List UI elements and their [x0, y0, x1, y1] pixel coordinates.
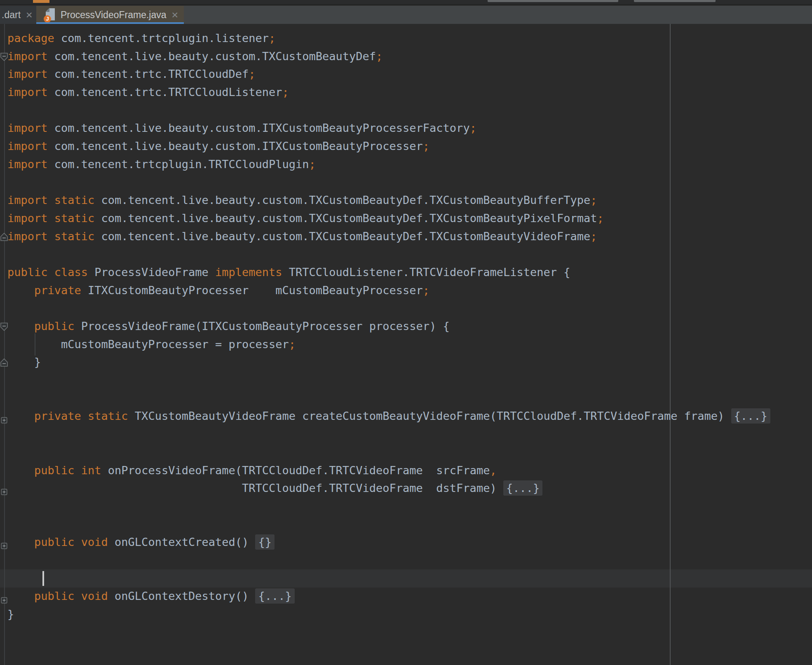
tab-processvideoframe[interactable]: J ProcessVideoFrame.java ✕: [36, 6, 184, 24]
code-token: onProcessVideoFrame(TRTCCloudDef.TRTCVid…: [101, 464, 490, 477]
code-line: [0, 497, 812, 515]
folded-region-expand-icon[interactable]: [1, 413, 7, 426]
code-token: ITXCustomBeautyProcesser mCustomBeautyPr…: [81, 284, 423, 297]
code-line: public int onProcessVideoFrame(TRTCCloud…: [0, 461, 812, 480]
code-token: onGLContextDestory(): [108, 590, 256, 602]
code-token: com.tencent.live.beauty.custom.ITXCustom…: [48, 140, 423, 152]
folded-code-placeholder[interactable]: {...}: [731, 408, 770, 424]
code-token: mCustomBeautyProcesser = processer: [7, 338, 289, 351]
code-token: onGLContextCreated(): [108, 536, 256, 548]
code-token: public int: [34, 464, 101, 477]
code-token: com.tencent.trtcplugin.TRTCCloudPlugin: [48, 158, 309, 171]
code-token: ;: [423, 284, 429, 297]
code-line: [0, 569, 812, 588]
folded-region-expand-icon[interactable]: [1, 485, 7, 498]
code-line: [0, 425, 812, 443]
code-line: [0, 173, 812, 192]
code-token: TRTCCloudListener.TRTCVideoFrameListener…: [282, 266, 570, 279]
code-token: com.tencent.live.beauty.custom.TXCustomB…: [48, 50, 376, 63]
code-editor[interactable]: package com.tencent.trtcplugin.listener;…: [0, 24, 812, 665]
code-token: com.tencent.live.beauty.custom.TXCustomB…: [94, 212, 597, 225]
code-token: }: [7, 356, 41, 368]
code-token: [7, 464, 34, 477]
code-line: [0, 101, 812, 119]
code-token: import: [7, 68, 48, 80]
code-token: import: [7, 50, 48, 63]
code-token: implements: [215, 266, 282, 279]
fold-collapse-icon[interactable]: [0, 52, 8, 64]
code-token: [7, 590, 34, 602]
code-line: import com.tencent.live.beauty.custom.TX…: [0, 47, 812, 66]
code-line: private ITXCustomBeautyProcesser mCustom…: [0, 281, 812, 300]
tab-active-label: ProcessVideoFrame.java: [61, 9, 167, 21]
code-token: ;: [597, 212, 603, 225]
code-token: ;: [282, 86, 289, 98]
code-token: com.tencent.trtcplugin.listener: [54, 32, 269, 44]
caret: [42, 571, 44, 586]
code-line: [0, 389, 812, 407]
code-line: import static com.tencent.live.beauty.cu…: [0, 227, 812, 246]
code-token: private: [34, 284, 81, 297]
code-line: }: [0, 353, 812, 371]
code-token: com.tencent.trtc.TRTCCloudDef: [48, 68, 249, 80]
code-line: [0, 299, 812, 317]
code-token: import static: [7, 194, 94, 206]
code-token: ProcessVideoFrame(ITXCustomBeautyProcess…: [75, 320, 450, 332]
code-line: import com.tencent.trtcplugin.TRTCCloudP…: [0, 155, 812, 173]
tab-dart-label: .dart: [2, 9, 21, 21]
code-token: import: [7, 86, 48, 98]
code-token: public void: [34, 590, 108, 602]
code-line: import com.tencent.trtc.TRTCCloudDef;: [0, 65, 812, 83]
toolbar-strip: [0, 0, 812, 5]
java-file-icon: J: [44, 8, 55, 22]
code-line: }: [0, 605, 812, 623]
code-token: ;: [590, 230, 597, 243]
close-icon[interactable]: ✕: [26, 11, 33, 19]
code-token: ;: [376, 50, 383, 63]
code-line: import com.tencent.trtc.TRTCCloudListene…: [0, 83, 812, 101]
ide-window: .dart ✕ J ProcessVideoFrame.java ✕ packa…: [0, 0, 812, 665]
code-token: com.tencent.live.beauty.custom.ITXCustom…: [48, 122, 470, 134]
code-token: import static: [7, 212, 94, 225]
code-token: [7, 410, 34, 422]
code-line: public class ProcessVideoFrame implement…: [0, 263, 812, 281]
code-line: import com.tencent.live.beauty.custom.IT…: [0, 137, 812, 155]
code-line: mCustomBeautyProcesser = processer;: [0, 335, 812, 354]
toolbar-fragment: [488, 0, 618, 2]
code-token: [7, 320, 34, 332]
code-line: TRTCCloudDef.TRTCVideoFrame dstFrame) {.…: [0, 479, 812, 497]
fold-collapse-icon[interactable]: [0, 321, 8, 334]
code-line: [0, 371, 812, 389]
code-token: ;: [309, 158, 316, 171]
code-token: }: [7, 608, 14, 621]
code-token: com.tencent.live.beauty.custom.TXCustomB…: [94, 194, 590, 206]
fold-region-end-icon[interactable]: [0, 357, 8, 370]
code-line: import static com.tencent.live.beauty.cu…: [0, 209, 812, 227]
code-token: TRTCCloudDef.TRTCVideoFrame dstFrame): [7, 482, 503, 494]
folded-region-expand-icon[interactable]: [1, 593, 7, 606]
code-line: public ProcessVideoFrame(ITXCustomBeauty…: [0, 317, 812, 335]
folded-code-placeholder[interactable]: {}: [255, 534, 275, 550]
code-token: ;: [590, 194, 597, 206]
code-token: private static: [34, 410, 128, 422]
toolbar-fragment: [634, 0, 716, 2]
code-token: import: [7, 158, 48, 171]
code-token: ,: [490, 464, 496, 477]
tab-dart[interactable]: .dart ✕: [0, 6, 36, 24]
folded-code-placeholder[interactable]: {...}: [255, 588, 294, 604]
code-token: ;: [289, 338, 296, 351]
tab-bar: .dart ✕ J ProcessVideoFrame.java ✕: [0, 6, 812, 24]
close-icon[interactable]: ✕: [171, 11, 179, 19]
code-token: package: [7, 32, 54, 44]
code-token: [7, 284, 34, 297]
code-line: import com.tencent.live.beauty.custom.IT…: [0, 119, 812, 137]
fold-region-end-icon[interactable]: [0, 232, 8, 244]
folded-region-expand-icon[interactable]: [1, 539, 7, 552]
code-line: [0, 443, 812, 461]
code-token: TXCustomBeautyVideoFrame createCustomBea…: [128, 410, 731, 422]
code-line: public void onGLContextCreated() {}: [0, 533, 812, 551]
code-token: ProcessVideoFrame: [88, 266, 215, 279]
code-line: [0, 245, 812, 263]
folded-code-placeholder[interactable]: {...}: [503, 480, 542, 496]
code-token: com.tencent.live.beauty.custom.TXCustomB…: [94, 230, 590, 243]
